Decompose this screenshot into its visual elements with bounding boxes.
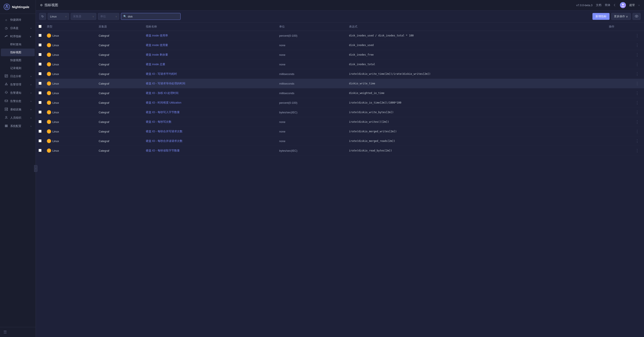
- row-expr-cell: diskio_write_time: [346, 79, 606, 88]
- row-type-cell: ⚡ Linux: [44, 127, 96, 136]
- row-checkbox[interactable]: [38, 110, 42, 114]
- row-action-menu[interactable]: ⋮: [634, 110, 640, 115]
- row-type-value: Linux: [52, 101, 59, 104]
- row-metric-name-link[interactable]: 硬盘 inode 总量: [146, 63, 165, 66]
- sidebar-item-record-rule[interactable]: 记录规则: [1, 64, 35, 72]
- row-checkbox[interactable]: [38, 53, 42, 56]
- type-badge: ⚡: [47, 120, 51, 124]
- row-expr-cell: irate(diskio_write_time[2m])/irate(diski…: [346, 69, 606, 79]
- row-metric-name-link[interactable]: 硬盘 IO - 时间维度 Utilization: [146, 101, 182, 104]
- row-metric-name-link[interactable]: 硬盘 IO - 每秒读取字节数量: [146, 149, 180, 152]
- row-type-value: Linux: [52, 140, 59, 143]
- row-checkbox[interactable]: [38, 130, 42, 133]
- row-metric-name-link[interactable]: 硬盘 IO - 写请求等待处理的时间: [146, 82, 185, 85]
- row-checkbox[interactable]: [38, 34, 42, 37]
- row-metric-name-link[interactable]: 硬盘 IO - 写请求平均耗时: [146, 72, 177, 76]
- row-metric-name-link[interactable]: 硬盘 inode 使用量: [146, 44, 168, 47]
- row-type-value: Linux: [52, 34, 59, 37]
- row-type-cell: ⚡ Linux: [44, 117, 96, 127]
- table-row: ⚡ Linux Categraf 硬盘 inode 使用量 none disk_…: [36, 40, 644, 50]
- header-left: ⚙ 指标视图: [40, 3, 58, 8]
- row-metric-name-link[interactable]: 硬盘 IO - 每秒写次数: [146, 120, 172, 123]
- row-metric-name-link[interactable]: 硬盘 IO - 每秒合并写请求次数: [146, 130, 182, 133]
- unit-filter-select[interactable]: 单位 ∨: [98, 13, 119, 20]
- row-collector-value: Categraf: [98, 92, 109, 95]
- row-metric-name-link[interactable]: 硬盘 IO - 加权 IO 处理时间: [146, 92, 179, 94]
- refresh-button[interactable]: ↻: [39, 13, 46, 20]
- row-checkbox[interactable]: [38, 72, 42, 75]
- sidebar-item-log-analysis[interactable]: 日志分析 ›: [1, 72, 35, 80]
- row-metric-name-link[interactable]: 硬盘 inode 剩余量: [146, 53, 168, 56]
- sidebar-menu-icon[interactable]: ☰: [4, 330, 7, 334]
- row-action-menu[interactable]: ⋮: [634, 33, 640, 38]
- row-metric-name-link[interactable]: 硬盘 inode 使用率: [146, 34, 168, 37]
- table-row: ⚡ Linux Categraf 硬盘 IO - 每秒读取字节数量 bytes/…: [36, 146, 644, 156]
- row-metric-name-link[interactable]: 硬盘 IO - 每秒合并读请求次数: [146, 139, 182, 142]
- row-checkbox[interactable]: [38, 120, 42, 123]
- sidebar-item-timeseries[interactable]: 时序指标 ∨: [1, 32, 35, 40]
- sidebar-item-infra[interactable]: 基础设施 ›: [1, 106, 35, 114]
- row-action-menu[interactable]: ⋮: [634, 71, 640, 76]
- sidebar-item-alert-manage[interactable]: 告警管理 ›: [1, 80, 35, 88]
- eye-button[interactable]: [632, 13, 640, 20]
- select-all-checkbox[interactable]: [38, 25, 42, 28]
- lang-selector[interactable]: 简体: [605, 3, 610, 7]
- row-action-menu[interactable]: ⋮: [634, 81, 640, 86]
- sidebar-label-record-rule: 记录规则: [10, 66, 21, 70]
- row-checkbox[interactable]: [38, 139, 42, 142]
- metrics-table: 类型 采集器 指标名称 单位 表达式 操作 ⚡ Linux Cate: [36, 22, 644, 156]
- collector-filter-select[interactable]: 采集器 ∨: [71, 13, 96, 20]
- sidebar-item-metric-view[interactable]: 指标视图: [1, 48, 35, 56]
- table-header-row: 类型 采集器 指标名称 单位 表达式 操作: [36, 22, 644, 31]
- row-action-menu[interactable]: ⋮: [634, 62, 640, 67]
- search-box[interactable]: 🔍: [121, 13, 180, 20]
- row-checkbox[interactable]: [38, 101, 42, 104]
- row-action-menu[interactable]: ⋮: [634, 138, 640, 144]
- type-badge: ⚡: [47, 148, 51, 153]
- col-collector: 采集器: [96, 22, 143, 31]
- add-metric-button[interactable]: 新增指标: [592, 13, 610, 20]
- row-action-menu[interactable]: ⋮: [634, 42, 640, 48]
- search-input[interactable]: [128, 15, 178, 18]
- os-filter-select[interactable]: Linux ∨: [48, 13, 69, 20]
- row-action-menu[interactable]: ⋮: [634, 119, 640, 124]
- row-checkbox[interactable]: [38, 44, 42, 46]
- row-action-menu[interactable]: ⋮: [634, 90, 640, 96]
- row-action-menu[interactable]: ⋮: [634, 129, 640, 134]
- row-unit-value: none: [279, 44, 285, 47]
- sidebar-item-instant-query[interactable]: 即时查询: [1, 41, 35, 48]
- sidebar-item-org[interactable]: 人员组织 ›: [1, 114, 35, 122]
- username-label[interactable]: 超管: [629, 3, 635, 7]
- theme-toggle-icon[interactable]: ☾: [614, 4, 616, 7]
- row-expr-value: irate(diskio_io_time[2m])/1000*100: [349, 101, 402, 104]
- row-metric-name-link[interactable]: 硬盘 IO - 每秒写入字节数量: [146, 110, 180, 114]
- sidebar-item-alert-self-heal[interactable]: 告警自愈 ›: [1, 97, 35, 105]
- sidebar-item-dashboard[interactable]: ◷ 仪表盘 ›: [1, 24, 35, 32]
- row-action-cell: ⋮: [606, 146, 644, 156]
- row-collector-cell: Categraf: [96, 60, 143, 69]
- doc-link[interactable]: 文档: [596, 3, 602, 7]
- row-action-menu[interactable]: ⋮: [634, 148, 640, 153]
- row-type-value: Linux: [52, 120, 59, 124]
- sidebar-bottom: ☰: [0, 327, 36, 337]
- sidebar: Nightingale ○ 快捷跳转 ◷ 仪表盘 › 时序指标 ∨ 即时查询 指…: [0, 0, 36, 337]
- row-checkbox[interactable]: [38, 149, 42, 152]
- row-checkbox[interactable]: [38, 92, 42, 94]
- row-checkbox[interactable]: [38, 82, 42, 85]
- sidebar-item-sys-config[interactable]: 系统配置 ›: [1, 122, 35, 130]
- sidebar-logo[interactable]: Nightingale: [0, 0, 36, 14]
- row-metric-name-cell: 硬盘 IO - 每秒写入字节数量: [143, 108, 277, 117]
- row-collector-value: Categraf: [98, 120, 109, 124]
- sidebar-collapse-button[interactable]: ‹: [34, 165, 38, 172]
- user-avatar[interactable]: [620, 2, 626, 8]
- row-unit-value: none: [279, 140, 285, 143]
- sidebar-item-quick-jump[interactable]: ○ 快捷跳转: [1, 16, 35, 24]
- sidebar-item-alert-notify[interactable]: 告警通知 ›: [1, 89, 35, 97]
- row-action-menu[interactable]: ⋮: [634, 100, 640, 105]
- more-actions-button[interactable]: 更多操作 ∨: [611, 13, 631, 20]
- row-checkbox[interactable]: [38, 63, 42, 66]
- row-unit-cell: milliseconds: [277, 79, 346, 88]
- row-action-cell: ⋮: [606, 136, 644, 146]
- sidebar-item-quick-view[interactable]: 快捷视图: [1, 56, 35, 64]
- row-action-menu[interactable]: ⋮: [634, 52, 640, 57]
